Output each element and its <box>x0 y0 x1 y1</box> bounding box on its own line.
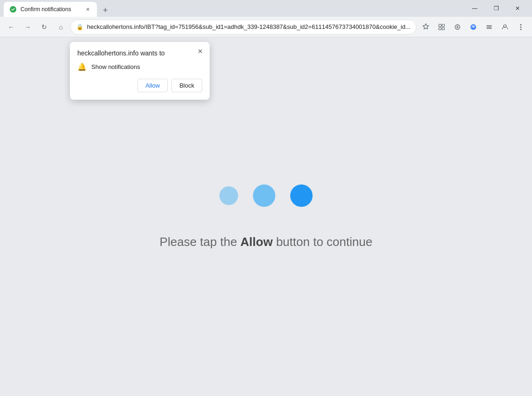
title-bar: Confirm notifications ✕ + — ❒ ✕ <box>0 0 532 17</box>
back-button[interactable]: ← <box>4 20 19 34</box>
bell-icon: 🔔 <box>77 62 87 71</box>
popup-actions: Allow Block <box>77 79 202 92</box>
address-text: heckcallohertons.info/IBT?tag_id=751956&… <box>87 23 410 30</box>
extension4-button[interactable] <box>482 20 497 34</box>
popup-site-text: heckcallohertons.info wants to <box>77 49 202 57</box>
dots-animation <box>219 184 313 207</box>
extension2-icon <box>454 23 461 31</box>
browser-toolbar: ← → ↻ ⌂ 🔒 heckcallohertons.info/IBT?tag_… <box>0 17 532 37</box>
window-controls: — ❒ ✕ <box>464 0 528 17</box>
message-prefix: Please tap the <box>160 235 237 249</box>
tab-strip: Confirm notifications ✕ + <box>4 0 464 17</box>
menu-dots-icon <box>520 23 522 31</box>
message-bold: Allow <box>240 235 273 249</box>
extension4-icon <box>485 23 493 31</box>
svg-point-9 <box>520 24 521 25</box>
menu-button[interactable] <box>513 20 528 34</box>
svg-point-11 <box>520 28 521 30</box>
message-suffix: button to continue <box>276 235 373 249</box>
page-message: Please tap the Allow button to continue <box>160 235 373 249</box>
notification-popup: ✕ heckcallohertons.info wants to 🔔 Show … <box>70 42 210 100</box>
svg-rect-2 <box>442 24 444 27</box>
active-tab[interactable]: Confirm notifications ✕ <box>4 2 97 17</box>
tab-favicon <box>9 6 17 13</box>
close-window-button[interactable]: ✕ <box>507 0 528 17</box>
page-content: ✕ heckcallohertons.info wants to 🔔 Show … <box>0 37 532 396</box>
extension1-button[interactable] <box>434 20 449 34</box>
bookmark-button[interactable] <box>418 20 433 34</box>
tab-title: Confirm notifications <box>20 6 80 13</box>
svg-point-10 <box>520 26 521 27</box>
extension1-icon <box>438 23 445 31</box>
home-button[interactable]: ⌂ <box>54 20 68 34</box>
allow-button[interactable]: Allow <box>137 79 168 92</box>
reload-button[interactable]: ↻ <box>37 20 52 34</box>
minimize-button[interactable]: — <box>464 0 485 17</box>
lock-icon: 🔒 <box>76 24 83 30</box>
profile-button[interactable] <box>498 20 512 34</box>
dot-1 <box>219 186 238 205</box>
svg-rect-3 <box>439 27 441 30</box>
svg-rect-4 <box>442 27 444 30</box>
svg-point-7 <box>472 26 474 27</box>
new-tab-button[interactable]: + <box>99 4 112 17</box>
popup-close-button[interactable]: ✕ <box>195 46 206 57</box>
forward-button[interactable]: → <box>20 20 35 34</box>
star-icon <box>422 23 430 31</box>
address-bar[interactable]: 🔒 heckcallohertons.info/IBT?tag_id=75195… <box>70 20 416 34</box>
dot-2 <box>253 184 275 207</box>
permission-text: Show notifications <box>91 63 140 70</box>
profile-icon <box>501 23 509 31</box>
block-button[interactable]: Block <box>171 79 202 92</box>
toolbar-icons <box>418 20 528 34</box>
extension3-button[interactable] <box>466 20 481 34</box>
dot-3 <box>290 184 313 207</box>
maximize-button[interactable]: ❒ <box>485 0 507 17</box>
extension2-button[interactable] <box>450 20 465 34</box>
tab-close-button[interactable]: ✕ <box>84 6 91 13</box>
svg-rect-1 <box>439 24 441 27</box>
extension3-icon <box>470 23 477 31</box>
popup-permission-row: 🔔 Show notifications <box>77 62 202 71</box>
